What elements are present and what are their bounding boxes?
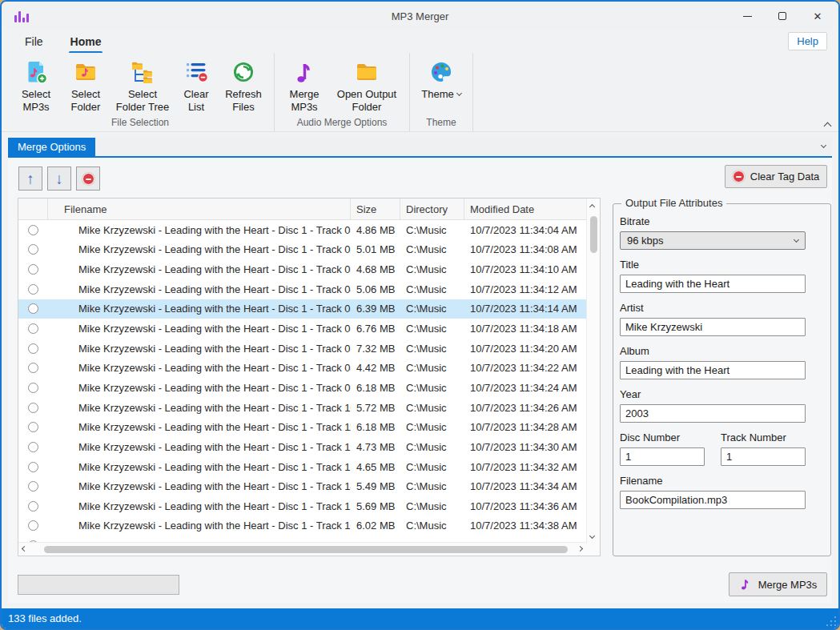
table-row[interactable]: Mike Krzyzewski - Leading with the Heart… [18, 358, 600, 378]
table-row[interactable]: Mike Krzyzewski - Leading with the Heart… [18, 259, 600, 279]
refresh-files-button[interactable]: Refresh Files [219, 58, 267, 114]
table-row[interactable]: Mike Krzyzewski - Leading with the Heart… [18, 378, 600, 398]
tab-merge-options[interactable]: Merge Options [8, 138, 95, 156]
table-row[interactable]: Mike Krzyzewski - Leading with the Heart… [18, 496, 600, 516]
open-output-folder-button[interactable]: Open Output Folder [331, 58, 403, 114]
table-row[interactable]: Mike Krzyzewski - Leading with the Heart… [18, 476, 600, 496]
scroll-down-icon[interactable] [589, 533, 595, 539]
row-radio-button[interactable] [28, 323, 38, 334]
table-row[interactable]: Mike Krzyzewski - Leading with the Heart… [18, 516, 600, 536]
row-radio-button[interactable] [28, 403, 38, 413]
cell-modified: 10/7/2023 11:34:28 AM [464, 421, 588, 433]
table-row[interactable]: Mike Krzyzewski - Leading with the Heart… [18, 536, 600, 542]
row-radio-button[interactable] [28, 244, 38, 255]
remove-icon [82, 173, 94, 185]
row-radio-button[interactable] [28, 520, 38, 531]
music-note-icon [291, 59, 317, 85]
scroll-right-icon[interactable] [577, 546, 583, 552]
clear-list-button[interactable]: Clear List [176, 58, 216, 114]
ribbon-collapse-icon[interactable] [824, 122, 832, 130]
album-field[interactable] [620, 361, 806, 379]
table-row[interactable]: Mike Krzyzewski - Leading with the Heart… [18, 279, 600, 299]
menu-file[interactable]: File [14, 32, 54, 51]
folder-music-icon [73, 59, 98, 85]
cell-filename: Mike Krzyzewski - Leading with the Heart… [48, 243, 351, 255]
move-down-button[interactable]: ↓ [47, 167, 71, 191]
row-radio-button[interactable] [28, 363, 38, 373]
row-radio-button[interactable] [28, 264, 38, 275]
cell-directory: C:\Music [400, 441, 464, 453]
header-filename[interactable]: Filename [48, 199, 351, 219]
title-field[interactable] [620, 275, 806, 293]
artist-field[interactable] [620, 318, 806, 336]
vertical-scrollbar[interactable] [586, 199, 600, 544]
clear-list-label: Clear List [179, 88, 213, 113]
row-radio-button[interactable] [28, 422, 38, 432]
row-radio-button[interactable] [28, 462, 38, 472]
cell-filename: Mike Krzyzewski - Leading with the Heart… [48, 421, 351, 433]
row-radio-button[interactable] [28, 284, 38, 295]
close-button[interactable]: ✕ [800, 2, 835, 30]
row-radio-button[interactable] [28, 442, 38, 452]
bitrate-select[interactable]: 96 kbps [620, 231, 806, 250]
cell-size: 4.42 MB [351, 362, 400, 374]
table-row[interactable]: Mike Krzyzewski - Leading with the Heart… [18, 220, 600, 240]
merge-mp3s-button[interactable]: Merge MP3s [729, 572, 827, 596]
remove-file-button[interactable] [76, 167, 100, 191]
table-row[interactable]: Mike Krzyzewski - Leading with the Heart… [18, 457, 600, 477]
cell-directory: C:\Music [400, 382, 464, 394]
year-field[interactable] [620, 404, 806, 423]
header-modified-date[interactable]: Modified Date [464, 199, 588, 219]
scroll-up-icon[interactable] [589, 204, 595, 210]
header-size[interactable]: Size [351, 199, 400, 219]
filename-field[interactable] [620, 491, 806, 509]
file-table: Filename Size Directory Modified Date Mi… [18, 198, 601, 556]
clear-tag-data-button[interactable]: Clear Tag Data [725, 165, 827, 188]
row-radio-button[interactable] [28, 481, 38, 492]
title-bar: MP3 Merger ✕ [2, 2, 838, 30]
horizontal-scroll-thumb[interactable] [44, 546, 568, 553]
cell-filename: Mike Krzyzewski - Leading with the Heart… [48, 283, 351, 295]
row-radio-button[interactable] [28, 303, 38, 314]
cell-filename: Mike Krzyzewski - Leading with the Heart… [48, 520, 351, 532]
merge-mp3s-ribbon-button[interactable]: Merge MP3s [281, 58, 328, 114]
select-folder-tree-button[interactable]: Select Folder Tree [112, 58, 173, 114]
table-row[interactable]: Mike Krzyzewski - Leading with the Heart… [18, 398, 600, 418]
disc-number-field[interactable] [620, 447, 705, 466]
maximize-button[interactable] [765, 2, 800, 30]
cell-filename: Mike Krzyzewski - Leading with the Heart… [48, 343, 351, 355]
menu-home[interactable]: Home [60, 32, 112, 51]
cell-filename: Mike Krzyzewski - Leading with the Heart… [48, 441, 351, 453]
cell-modified: 10/7/2023 11:34:04 AM [464, 224, 588, 236]
minimize-icon [743, 16, 752, 17]
horizontal-scrollbar[interactable] [18, 542, 600, 556]
row-radio-button[interactable] [28, 383, 38, 393]
header-directory[interactable]: Directory [400, 199, 464, 219]
table-row[interactable]: Mike Krzyzewski - Leading with the Heart… [18, 437, 600, 457]
select-folder-button[interactable]: Select Folder [62, 58, 109, 114]
tabstrip-chevron-down-icon[interactable] [821, 142, 826, 148]
track-number-field[interactable] [721, 447, 806, 466]
table-row[interactable]: Mike Krzyzewski - Leading with the Heart… [18, 240, 600, 260]
merge-note-icon [739, 578, 752, 591]
help-button[interactable]: Help [788, 32, 827, 50]
row-radio-button[interactable] [28, 501, 38, 512]
minimize-button[interactable] [729, 2, 765, 30]
vertical-scroll-thumb[interactable] [590, 216, 597, 253]
table-row[interactable]: Mike Krzyzewski - Leading with the Heart… [18, 319, 600, 339]
cell-size: 6.76 MB [351, 323, 400, 335]
select-mp3s-button[interactable]: Select MP3s [13, 58, 59, 114]
resize-grip[interactable] [825, 615, 836, 626]
row-radio-button[interactable] [28, 225, 38, 235]
table-row[interactable]: Mike Krzyzewski - Leading with the Heart… [18, 417, 600, 437]
scroll-left-icon[interactable] [22, 546, 27, 552]
theme-button[interactable]: Theme [416, 58, 466, 102]
table-row[interactable]: Mike Krzyzewski - Leading with the Heart… [18, 299, 600, 319]
row-radio-button[interactable] [28, 343, 38, 354]
table-row[interactable]: Mike Krzyzewski - Leading with the Heart… [18, 339, 600, 359]
cell-directory: C:\Music [400, 520, 464, 532]
group-label-audio-merge: Audio Merge Options [297, 115, 388, 131]
move-up-button[interactable]: ↑ [18, 167, 42, 191]
track-number-label: Track Number [721, 431, 806, 443]
artist-label: Artist [620, 302, 824, 314]
